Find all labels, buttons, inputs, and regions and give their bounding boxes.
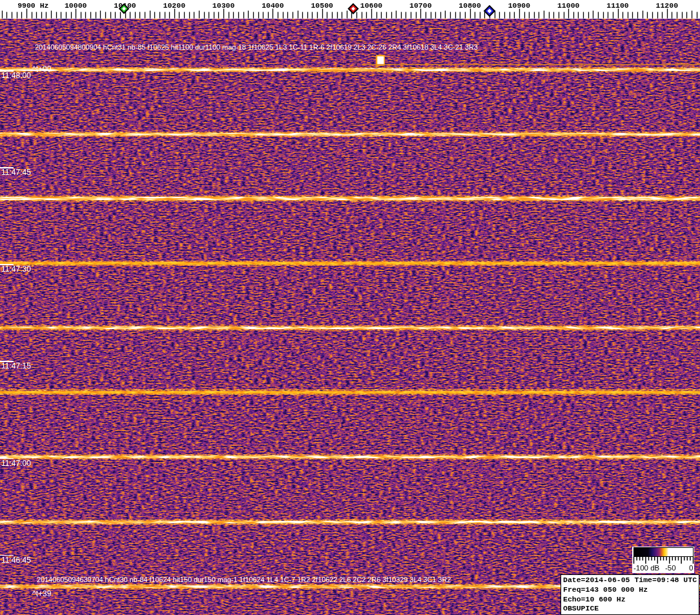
svg-text:11100: 11100 xyxy=(606,1,629,10)
svg-text:10900: 10900 xyxy=(508,1,531,10)
svg-text:0: 0 xyxy=(689,564,693,572)
svg-text:10000: 10000 xyxy=(65,1,87,10)
svg-text:10400: 10400 xyxy=(262,1,284,10)
svg-text:10600: 10600 xyxy=(360,1,383,10)
svg-text:11200: 11200 xyxy=(656,1,679,10)
svg-text:10800: 10800 xyxy=(458,1,481,10)
svg-text:10500: 10500 xyxy=(311,1,333,10)
svg-text:11000: 11000 xyxy=(557,1,580,10)
svg-text:10200: 10200 xyxy=(163,1,186,10)
svg-text:-50: -50 xyxy=(665,564,676,572)
svg-text:-100 dB: -100 dB xyxy=(633,564,660,572)
svg-text:9900 Hz: 9900 Hz xyxy=(17,1,48,10)
svg-text:10300: 10300 xyxy=(212,1,235,10)
svg-text:10700: 10700 xyxy=(409,1,432,10)
